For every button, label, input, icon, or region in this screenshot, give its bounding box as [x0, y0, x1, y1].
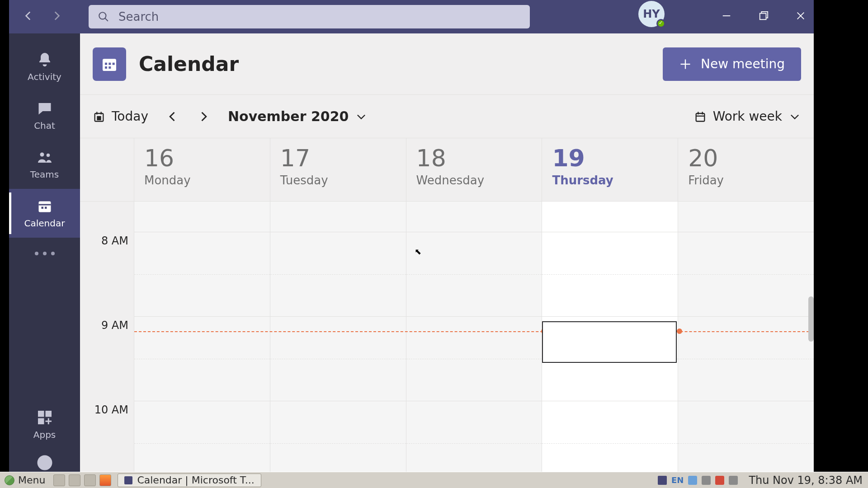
- next-week-button[interactable]: [197, 110, 210, 123]
- profile-avatar[interactable]: HY: [638, 1, 665, 27]
- file-manager-button[interactable]: [69, 474, 80, 486]
- new-meeting-button[interactable]: New meeting: [663, 47, 801, 81]
- mint-logo-icon: [5, 475, 14, 485]
- day-name: Friday: [688, 174, 804, 187]
- more-icon: [35, 252, 55, 255]
- day-header-tue[interactable]: 17 Tuesday: [270, 138, 406, 201]
- rail-item-calendar[interactable]: Calendar: [9, 189, 80, 238]
- tray-update-icon[interactable]: [715, 476, 724, 485]
- day-header-thu[interactable]: 19 Thursday: [542, 138, 678, 201]
- window-close-button[interactable]: [796, 11, 806, 23]
- view-picker[interactable]: Work week: [694, 109, 801, 124]
- tray-shield-icon[interactable]: [688, 476, 697, 485]
- os-clock[interactable]: Thu Nov 19, 8:38 AM: [749, 474, 863, 487]
- grid-cell[interactable]: [542, 232, 678, 316]
- terminal-button[interactable]: [84, 474, 96, 486]
- search-input[interactable]: Search: [89, 5, 530, 28]
- month-picker[interactable]: November 2020: [228, 108, 368, 124]
- content-header: Calendar New meeting: [80, 33, 814, 95]
- history-forward-button[interactable]: [51, 10, 62, 23]
- svg-rect-11: [45, 207, 47, 209]
- current-time-dot: [677, 328, 682, 334]
- day-name: Monday: [144, 174, 260, 187]
- grid-cell[interactable]: [270, 316, 406, 401]
- svg-rect-12: [38, 412, 43, 417]
- search-placeholder: Search: [118, 10, 159, 23]
- grid-cell[interactable]: [270, 232, 406, 316]
- days-header: 16 Monday 17 Tuesday 18 Wednesday 19 Thu…: [80, 138, 814, 202]
- calendar-grid[interactable]: 7 AM 8 AM: [80, 202, 814, 472]
- day-name: Thursday: [552, 174, 668, 187]
- grid-cell[interactable]: [270, 401, 406, 472]
- grid-cell[interactable]: [678, 401, 814, 472]
- tray-lang-indicator[interactable]: EN: [671, 475, 684, 485]
- rail-label: Apps: [33, 429, 56, 440]
- prev-week-button[interactable]: [166, 110, 179, 123]
- grid-cell[interactable]: [406, 401, 542, 472]
- day-name: Wednesday: [416, 174, 532, 187]
- svg-rect-19: [108, 62, 111, 65]
- day-num: 19: [552, 145, 668, 172]
- view-label: Work week: [713, 109, 782, 124]
- firefox-button[interactable]: [99, 474, 111, 486]
- day-header-wed[interactable]: 18 Wednesday: [406, 138, 542, 201]
- grid-cell[interactable]: [134, 232, 270, 316]
- day-num: 16: [144, 145, 260, 172]
- rail-label: Calendar: [24, 218, 65, 229]
- left-nav-rail: Activity Chat Teams Calendar Apps: [9, 33, 80, 472]
- rail-item-teams[interactable]: Teams: [9, 140, 80, 189]
- grid-cell[interactable]: [134, 202, 270, 232]
- grid-cell[interactable]: [678, 202, 814, 232]
- show-desktop-button[interactable]: [53, 474, 65, 486]
- time-label: 8 AM: [80, 232, 134, 316]
- grid-cell[interactable]: [542, 202, 678, 232]
- today-label: Today: [112, 109, 148, 124]
- day-header-mon[interactable]: 16 Monday: [134, 138, 270, 201]
- rail-item-activity[interactable]: Activity: [9, 42, 80, 91]
- svg-rect-20: [105, 66, 107, 69]
- tray-volume-icon[interactable]: [729, 476, 738, 485]
- content-area: Calendar New meeting Today Nov: [80, 33, 814, 472]
- rail-label: Chat: [34, 120, 55, 131]
- day-num: 20: [688, 145, 804, 172]
- grid-cell[interactable]: [406, 316, 542, 401]
- window-minimize-button[interactable]: [722, 11, 731, 23]
- rail-item-more[interactable]: [9, 238, 80, 265]
- grid-cell[interactable]: [134, 401, 270, 472]
- month-label: November 2020: [228, 108, 349, 124]
- grid-cell[interactable]: [542, 401, 678, 472]
- grid-cell[interactable]: [270, 202, 406, 232]
- svg-rect-22: [113, 62, 115, 65]
- today-button[interactable]: Today: [93, 109, 148, 124]
- taskbar-task-title: Calendar | Microsoft T...: [137, 474, 254, 486]
- svg-rect-21: [108, 66, 111, 69]
- chevron-down-icon: [788, 110, 801, 123]
- os-menu-button[interactable]: Menu: [0, 472, 50, 488]
- window-maximize-button[interactable]: [759, 11, 769, 23]
- day-num: 18: [416, 145, 532, 172]
- grid-cell[interactable]: [406, 232, 542, 316]
- tray-teams-icon[interactable]: [658, 476, 667, 485]
- grid-cell[interactable]: [678, 316, 814, 401]
- grid-cell[interactable]: [406, 202, 542, 232]
- history-back-button[interactable]: [23, 10, 34, 23]
- svg-point-16: [44, 466, 45, 467]
- svg-rect-29: [696, 113, 704, 122]
- rail-item-apps[interactable]: Apps: [9, 400, 80, 449]
- scrollbar-thumb[interactable]: [808, 296, 814, 342]
- svg-line-1: [105, 18, 108, 21]
- svg-rect-18: [105, 62, 107, 65]
- calendar-app-icon: [93, 47, 126, 81]
- rail-item-chat[interactable]: Chat: [9, 91, 80, 140]
- tray-network-icon[interactable]: [702, 476, 711, 485]
- day-header-fri[interactable]: 20 Friday: [678, 138, 814, 201]
- profile-initials: HY: [643, 8, 660, 20]
- teams-icon: [124, 476, 132, 484]
- taskbar-task-teams[interactable]: Calendar | Microsoft T...: [118, 474, 261, 487]
- grid-cell[interactable]: [134, 316, 270, 401]
- grid-cell[interactable]: [678, 232, 814, 316]
- new-event-selection[interactable]: [542, 321, 677, 363]
- svg-rect-13: [46, 412, 51, 417]
- calendar-toolbar: Today November 2020 Work week: [80, 95, 814, 138]
- svg-point-6: [40, 153, 44, 157]
